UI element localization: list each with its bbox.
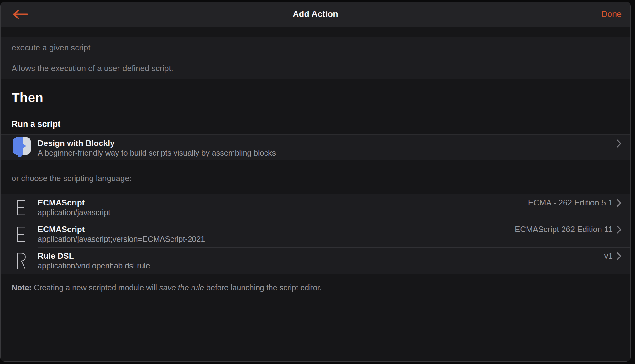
- language-item-rule-dsl[interactable]: Rule DSL application/vnd.openhab.dsl.rul…: [1, 247, 630, 274]
- letter-r-icon: [17, 253, 26, 269]
- done-button[interactable]: Done: [601, 2, 622, 27]
- language-item-ecmascript-2021[interactable]: ECMAScript application/javascript;versio…: [1, 221, 630, 247]
- add-action-popup: Add Action Done execute a given script A…: [0, 2, 631, 362]
- design-with-blockly-item[interactable]: Design with Blockly A beginner-friendly …: [1, 135, 630, 160]
- language-item-ecmascript-5[interactable]: ECMAScript application/javascript ECMA -…: [1, 194, 630, 221]
- chevron-right-icon: [617, 139, 622, 148]
- language-media: [1, 194, 38, 221]
- letter-e-icon: [17, 227, 26, 242]
- language-media: [1, 247, 38, 274]
- note-italic: save the rule: [159, 283, 204, 292]
- language-after: v1: [604, 251, 622, 261]
- blockly-text: Design with Blockly A beginner-friendly …: [38, 138, 276, 160]
- blockly-after: [617, 138, 622, 148]
- section-title-then: Then: [12, 90, 630, 105]
- page-title: Add Action: [1, 9, 630, 19]
- module-description-block: execute a given script Allows the execut…: [1, 37, 630, 79]
- blockly-icon: [13, 137, 31, 158]
- language-title: ECMAScript: [38, 198, 110, 208]
- blockly-subtitle: A beginner-friendly way to build scripts…: [38, 148, 276, 158]
- language-version: ECMA - 262 Edition 5.1: [528, 198, 613, 208]
- language-after: ECMA - 262 Edition 5.1: [528, 198, 622, 208]
- note-prefix: Note:: [12, 283, 32, 292]
- language-media: [1, 221, 38, 247]
- choose-language-label: or choose the scripting language:: [12, 173, 630, 183]
- note-text-2: before launching the script editor.: [204, 283, 322, 292]
- blockly-list-block: Design with Blockly A beginner-friendly …: [1, 134, 630, 160]
- language-list-block: ECMAScript application/javascript ECMA -…: [1, 194, 630, 274]
- note-text-1: Creating a new scripted module will: [32, 283, 159, 292]
- module-type-item[interactable]: execute a given script: [1, 37, 630, 58]
- language-text: ECMAScript application/javascript: [38, 198, 110, 221]
- letter-e-icon: [17, 200, 26, 215]
- language-after: ECMAScript 262 Edition 11: [515, 225, 622, 234]
- blockly-title: Design with Blockly: [38, 138, 276, 148]
- language-mime: application/vnd.openhab.dsl.rule: [38, 261, 150, 270]
- navbar: Add Action Done: [1, 2, 630, 27]
- language-text: ECMAScript application/javascript;versio…: [38, 225, 205, 247]
- module-type-description: Allows the execution of a user-defined s…: [1, 58, 630, 79]
- section-subtitle-run-a-script: Run a script: [12, 119, 630, 129]
- chevron-right-icon: [617, 252, 622, 261]
- chevron-right-icon: [617, 225, 622, 234]
- language-title: Rule DSL: [38, 251, 150, 261]
- language-mime: application/javascript: [38, 208, 110, 217]
- language-version: v1: [604, 251, 613, 261]
- language-title: ECMAScript: [38, 225, 205, 234]
- footer-note: Note: Creating a new scripted module wil…: [12, 283, 619, 293]
- chevron-right-icon: [617, 199, 622, 207]
- language-text: Rule DSL application/vnd.openhab.dsl.rul…: [38, 251, 150, 274]
- language-version: ECMAScript 262 Edition 11: [515, 225, 613, 234]
- blockly-media: [1, 135, 38, 160]
- language-mime: application/javascript;version=ECMAScrip…: [38, 234, 205, 244]
